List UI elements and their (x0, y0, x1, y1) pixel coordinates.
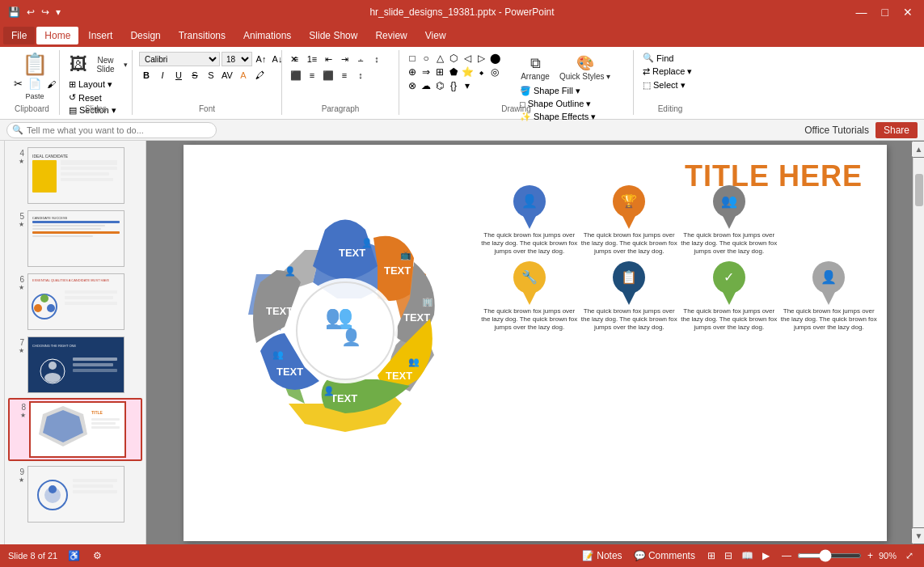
char-spacing-button[interactable]: AV (220, 68, 234, 83)
redo-qa-button[interactable]: ↪ (40, 5, 51, 19)
font-size-increase-button[interactable]: A↑ (254, 52, 268, 66)
slide-thumb-5[interactable]: 5 ★ CANDIDATE SUCCESS (8, 209, 142, 269)
text-direction-button[interactable]: ↕ (369, 52, 384, 66)
slide-sorter-button[interactable]: ⊟ (721, 548, 736, 563)
cut-button[interactable]: ✂ (11, 77, 25, 91)
tell-me-input[interactable] (27, 125, 211, 135)
indent-increase-button[interactable]: ⇥ (337, 52, 352, 66)
reset-button[interactable]: ↺ Reset (66, 91, 104, 104)
office-tutorials-link[interactable]: Office Tutorials (804, 125, 869, 136)
tab-insert[interactable]: Insert (80, 27, 120, 44)
slide-thumb-6[interactable]: 6 ★ ESSENTIAL QUALITIES A CANDIDATE MUST… (8, 272, 142, 332)
justify-button[interactable]: ≡ (337, 68, 352, 83)
numbering-button[interactable]: 1≡ (305, 52, 319, 66)
shape-btn[interactable]: ☁ (420, 79, 432, 92)
arrange-button[interactable]: ⧉ Arrange (517, 53, 553, 83)
shape-btn[interactable]: {} (447, 79, 460, 92)
slide-thumb-4[interactable]: 4 ★ IDEAL CANDIDATE (8, 146, 142, 205)
comments-button[interactable]: 💬 Comments (631, 549, 698, 562)
slide-thumb-7[interactable]: 7 ★ CHOOSING THE RIGHT ONE (8, 335, 142, 395)
slides-label: Slides (60, 104, 132, 113)
new-slide-button[interactable]: 🖼 New Slide ▾ (66, 52, 131, 78)
shape-btn[interactable]: ⭐ (461, 66, 474, 78)
tab-review[interactable]: Review (367, 27, 415, 44)
macros-button[interactable]: ⚙ (91, 549, 104, 562)
shape-btn[interactable]: ⬡ (447, 52, 460, 65)
bold-button[interactable]: B (139, 68, 154, 83)
copy-button[interactable]: 📄 (26, 77, 44, 91)
shapes-more-btn[interactable]: ▾ (461, 79, 474, 92)
shape-btn[interactable]: ⬟ (447, 66, 460, 78)
shape-btn[interactable]: □ (406, 52, 419, 65)
tab-design[interactable]: Design (122, 27, 168, 44)
scroll-down-button[interactable]: ▼ (911, 527, 924, 544)
shape-btn[interactable]: ⌬ (433, 79, 446, 92)
zoom-slider-input[interactable] (797, 553, 862, 558)
notes-button[interactable]: 📝 Notes (580, 549, 625, 562)
tab-view[interactable]: View (417, 27, 454, 44)
font-family-select[interactable]: Calibri (139, 52, 220, 66)
svg-text:CHOOSING THE RIGHT ONE: CHOOSING THE RIGHT ONE (32, 344, 76, 348)
reading-view-button[interactable]: 📖 (738, 548, 757, 563)
indent-decrease-button[interactable]: ⇤ (321, 52, 335, 66)
shape-btn[interactable]: ⬤ (488, 52, 501, 65)
columns-button[interactable]: ⫠ (353, 52, 368, 66)
quick-styles-button[interactable]: 🎨 Quick Styles ▾ (556, 52, 614, 83)
pin-tail-6 (723, 292, 736, 305)
arrange-icon: ⧉ (530, 55, 541, 72)
slide-thumb-9[interactable]: 9 ★ (8, 464, 142, 524)
bullets-button[interactable]: ≡ (289, 52, 303, 66)
minimize-button[interactable]: — (851, 4, 872, 20)
align-center-button[interactable]: ≡ (305, 68, 319, 83)
font-color-button[interactable]: A (236, 68, 251, 83)
shape-btn[interactable]: ▷ (475, 52, 487, 65)
tab-home[interactable]: Home (36, 27, 78, 44)
shape-btn[interactable]: △ (433, 52, 446, 65)
line-spacing-button[interactable]: ↕ (353, 68, 368, 83)
save-qa-button[interactable]: 💾 (6, 5, 22, 19)
shape-btn[interactable]: ⊗ (406, 79, 419, 92)
scroll-thumb[interactable] (915, 174, 923, 206)
svg-text:TITLE: TITLE (91, 410, 103, 415)
layout-button[interactable]: ⊞ Layout ▾ (66, 78, 115, 91)
slideshow-button[interactable]: ▶ (759, 548, 773, 563)
shadow-button[interactable]: S (204, 68, 218, 83)
zoom-out-button[interactable]: — (779, 549, 794, 562)
shape-btn[interactable]: ⇒ (420, 66, 432, 78)
tab-slideshow[interactable]: Slide Show (301, 27, 365, 44)
shape-btn[interactable]: ○ (420, 52, 432, 65)
select-button[interactable]: ⬚ Select ▾ (640, 79, 688, 91)
share-button[interactable]: Share (875, 122, 918, 138)
font-size-select[interactable]: 18 (222, 52, 252, 66)
accessibility-button[interactable]: ♿ (65, 549, 82, 562)
tab-file[interactable]: File (3, 27, 35, 44)
shape-fill-button[interactable]: 🪣 Shape Fill ▾ (517, 85, 614, 97)
undo-qa-button[interactable]: ↩ (25, 5, 36, 19)
format-painter-button[interactable]: 🖌 (44, 77, 58, 91)
italic-button[interactable]: I (155, 68, 170, 83)
align-left-button[interactable]: ⬛ (289, 68, 303, 83)
maximize-button[interactable]: □ (877, 4, 893, 20)
tab-transitions[interactable]: Transitions (171, 27, 234, 44)
slide-thumb-8[interactable]: 8 ★ TITLE (8, 398, 142, 461)
normal-view-button[interactable]: ⊞ (704, 548, 719, 563)
fit-slide-button[interactable]: ⤢ (903, 549, 916, 562)
shape-btn[interactable]: ⊞ (433, 66, 446, 78)
clipboard-label: Clipboard (5, 104, 59, 113)
shape-btn[interactable]: ⊕ (406, 66, 419, 78)
replace-button[interactable]: ⇄ Replace ▾ (640, 66, 694, 78)
shape-btn[interactable]: ◎ (488, 66, 501, 78)
scroll-up-button[interactable]: ▲ (911, 141, 924, 158)
close-button[interactable]: ✕ (898, 4, 918, 20)
zoom-in-button[interactable]: + (865, 549, 875, 562)
strikethrough-button[interactable]: S (188, 68, 202, 83)
align-right-button[interactable]: ⬛ (321, 68, 335, 83)
shape-btn[interactable]: ◁ (461, 52, 474, 65)
find-button[interactable]: 🔍 Find (640, 52, 676, 64)
underline-button[interactable]: U (171, 68, 186, 83)
shape-btn[interactable]: ⬥ (475, 66, 487, 78)
text-highlight-button[interactable]: 🖍 (252, 68, 267, 83)
tab-animations[interactable]: Animations (235, 27, 299, 44)
more-qa-button[interactable]: ▾ (54, 5, 62, 19)
paste-button[interactable]: 📋 (15, 52, 55, 76)
